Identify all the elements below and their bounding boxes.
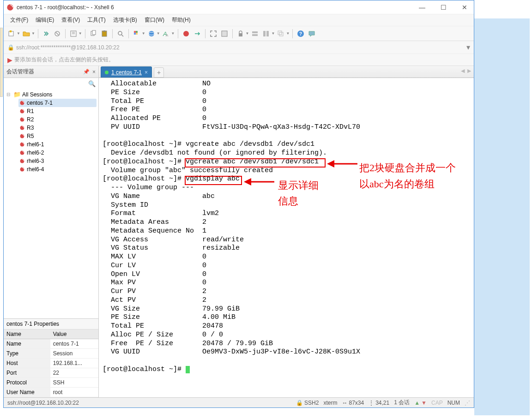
infobar: ▶ 要添加当前会话，点击左侧的箭头按钮。 [4, 54, 474, 66]
session-icon [19, 167, 25, 172]
fullscreen-icon[interactable] [208, 29, 218, 39]
font-icon[interactable]: AA [161, 29, 171, 39]
dropdown-icon[interactable]: ▼ [171, 31, 175, 36]
svg-point-39 [20, 151, 24, 155]
properties-table: Name Value Namecentos 7-1TypeSessionHost… [4, 329, 98, 397]
session-item[interactable]: rhel6-2 [18, 149, 97, 157]
xftp-icon[interactable] [192, 29, 202, 39]
session-icon [19, 133, 25, 139]
left-decorative-strip [0, 28, 3, 97]
menu-view[interactable]: 查看(V) [59, 15, 83, 25]
chat-icon[interactable] [307, 29, 317, 39]
close-button[interactable]: ✕ [458, 3, 471, 12]
open-folder-icon[interactable] [21, 29, 31, 39]
menu-tab[interactable]: 选项卡(B) [110, 15, 140, 25]
help-icon[interactable]: ? [296, 29, 306, 39]
session-item[interactable]: R3 [18, 124, 97, 132]
cursor-icon: ⋮ [369, 400, 374, 406]
session-icon [19, 125, 25, 131]
tab-close-icon[interactable]: × [145, 69, 148, 76]
session-item[interactable]: R2 [18, 115, 97, 124]
new-session-icon[interactable] [6, 29, 17, 39]
tab-add-button[interactable]: + [154, 67, 164, 78]
svg-point-12 [118, 31, 122, 35]
cascade-icon[interactable] [276, 29, 286, 39]
addressbar[interactable]: 🔒 ssh://root:**************@192.168.10.2… [4, 41, 474, 54]
dropdown-icon[interactable]: ▼ [157, 31, 160, 36]
session-item[interactable]: R5 [18, 132, 97, 140]
dropdown-icon[interactable]: ▼ [31, 31, 35, 36]
maximize-button[interactable]: ☐ [437, 3, 450, 12]
sidebar-title: 会话管理器 [6, 68, 83, 76]
session-item[interactable]: centos 7-1 [18, 99, 97, 107]
down-icon: ▼ [421, 400, 427, 406]
transparent-icon[interactable] [219, 29, 230, 39]
pin-icon[interactable]: 📌 [83, 69, 90, 75]
prop-key: Host [4, 359, 50, 368]
dropdown-icon[interactable]: ▾ [466, 43, 470, 52]
terminal[interactable]: Allocatable NO PE Size 0 Total PE 0 Free… [99, 78, 474, 397]
dropdown-icon[interactable]: ▼ [79, 31, 82, 36]
disconnect-icon[interactable] [52, 29, 62, 39]
tree-root[interactable]: ⊟ 📁 All Sessions [6, 90, 97, 99]
session-icon [19, 117, 25, 122]
prop-key: Port [4, 368, 50, 378]
tabbar: 1 centos 7-1 × + ◀ ▶ [99, 66, 474, 78]
menu-edit[interactable]: 编辑(E) [33, 15, 57, 25]
svg-rect-25 [252, 31, 258, 33]
xshell-icon[interactable] [181, 29, 191, 39]
prop-value: 192.168.1... [50, 359, 98, 368]
status-term: xterm [323, 400, 337, 406]
find-icon[interactable] [115, 29, 126, 39]
menu-window[interactable]: 窗口(W) [142, 15, 167, 25]
dropdown-icon[interactable]: ▼ [246, 31, 249, 36]
property-row: Host192.168.1... [4, 359, 98, 368]
lock-icon[interactable] [236, 29, 246, 39]
search-icon[interactable]: 🔍 [88, 80, 96, 87]
separator [232, 29, 233, 38]
svg-rect-11 [103, 30, 105, 32]
prop-head-name: Name [4, 329, 50, 339]
tab-active[interactable]: 1 centos 7-1 × [101, 66, 152, 78]
session-item[interactable]: rhel6-3 [18, 157, 97, 165]
svg-rect-23 [222, 31, 227, 36]
lock-icon: 🔒 [296, 400, 303, 406]
toolbar: ▼ ▼ ▼ ▼ ▼ AA ▼ ▼ ▼ ▼ ? [4, 26, 474, 41]
dropdown-icon[interactable]: ▼ [142, 31, 145, 36]
minimize-button[interactable]: — [416, 3, 429, 12]
tree-children: centos 7-1R1R2R3R5rhel6-1rhel6-2rhel6-3r… [18, 99, 97, 174]
grip-icon[interactable]: ⋰ [465, 400, 470, 406]
session-item[interactable]: rhel6-4 [18, 165, 97, 174]
properties-panel: centos 7-1 Properties Name Value Namecen… [4, 318, 98, 397]
menu-file[interactable]: 文件(F) [7, 15, 31, 25]
paste-icon[interactable] [99, 29, 109, 39]
tab-prev-icon[interactable]: ◀ [461, 68, 465, 74]
properties-icon[interactable] [68, 29, 79, 39]
menu-tools[interactable]: 工具(T) [85, 15, 108, 25]
titlebar: centos 7-1 - root@localhost:~ - Xshell 6… [4, 0, 474, 14]
dropdown-icon[interactable]: ▼ [271, 31, 275, 36]
tile-v-icon[interactable] [261, 29, 271, 39]
svg-rect-15 [136, 31, 138, 33]
session-item[interactable]: R1 [18, 107, 97, 115]
svg-point-36 [20, 126, 24, 130]
copy-icon[interactable] [88, 29, 98, 39]
globe-icon[interactable] [146, 29, 157, 39]
session-icon [19, 158, 25, 164]
svg-line-4 [56, 32, 59, 35]
prop-value: root [50, 388, 98, 397]
menu-help[interactable]: 帮助(H) [169, 15, 193, 25]
session-tree: ⊟ 📁 All Sessions centos 7-1R1R2R3R5rhel6… [4, 89, 98, 318]
menubar: 文件(F) 编辑(E) 查看(V) 工具(T) 选项卡(B) 窗口(W) 帮助(… [4, 14, 474, 26]
dropdown-icon[interactable]: ▼ [286, 31, 290, 36]
color-icon[interactable] [132, 29, 142, 39]
collapse-icon[interactable]: ⊟ [6, 92, 12, 97]
reconnect-icon[interactable] [41, 29, 51, 39]
close-icon[interactable]: × [92, 69, 96, 75]
session-item[interactable]: rhel6-1 [18, 140, 97, 149]
separator [205, 29, 206, 38]
tab-next-icon[interactable]: ▶ [467, 68, 471, 74]
tile-h-icon[interactable] [250, 29, 260, 39]
svg-rect-27 [263, 31, 266, 36]
dropdown-icon[interactable]: ▼ [17, 31, 20, 36]
